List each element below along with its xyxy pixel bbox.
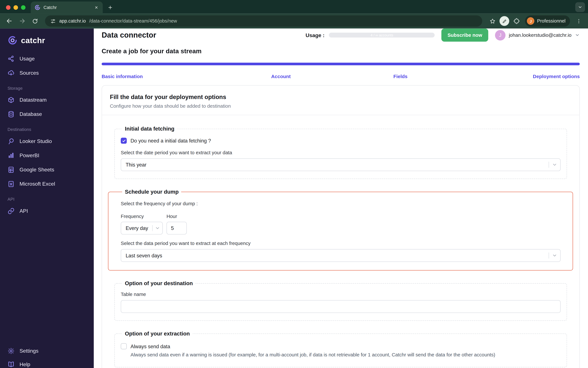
fieldset-legend: Schedule your dump [122, 189, 181, 195]
deployment-options-card: Fill the data for your deployment option… [102, 85, 580, 368]
extensions-puzzle-icon[interactable] [511, 15, 522, 27]
select-divider [152, 225, 153, 231]
always-send-data-description: Always send data even if a warning is is… [130, 351, 561, 359]
fieldset-legend: Option of your extraction [122, 331, 192, 337]
always-send-data-checkbox[interactable] [121, 343, 127, 349]
tab-title: Catchr [44, 5, 90, 10]
sidebar-item-api[interactable]: API [0, 204, 94, 218]
sidebar-item-help[interactable]: Help [0, 358, 94, 368]
card-subtitle: Configure how your data should be added … [110, 103, 571, 109]
app-logo[interactable]: catchr [0, 28, 94, 51]
date-period-label: Select the date period you want to extra… [121, 150, 561, 155]
sidebar-item-label: Datastream [19, 97, 46, 103]
minimize-window-button[interactable] [14, 5, 18, 10]
sidebar-item-powerbi[interactable]: PowerBI [0, 148, 94, 162]
table-name-input[interactable] [121, 300, 561, 313]
new-tab-button[interactable] [105, 2, 116, 13]
sidebar-item-label: PowerBI [19, 152, 39, 158]
wizard-steps: Basic information Account Fields Deploym… [102, 74, 580, 79]
chevron-down-icon [575, 33, 580, 37]
user-avatar: J [495, 30, 505, 40]
browser-menu-icon[interactable] [573, 15, 584, 27]
forward-icon[interactable] [17, 15, 28, 27]
site-info-icon[interactable] [50, 18, 56, 24]
sidebar-item-settings[interactable]: Settings [0, 344, 94, 358]
close-window-button[interactable] [6, 5, 11, 10]
bookmark-star-icon[interactable] [487, 15, 498, 27]
frequency-question: Select the frequency of your dump : [121, 201, 561, 206]
browser-titlebar: Catchr [0, 0, 588, 14]
fieldset-legend: Option of your destination [122, 280, 195, 286]
sidebar-item-sources[interactable]: Sources [0, 66, 94, 80]
sidebar-item-usage[interactable]: Usage [0, 51, 94, 66]
gear-icon [8, 347, 15, 354]
browser-profile-chip[interactable]: J Professionnel [525, 15, 570, 27]
sidebar-item-label: Google Sheets [19, 166, 54, 173]
user-email: johan.lookerstudio@catchr.io [509, 32, 571, 38]
sidebar-item-label: Looker Studio [19, 138, 52, 144]
sidebar-item-database[interactable]: Database [0, 107, 94, 121]
sidebar-item-microsoft-excel[interactable]: Microsoft Excel [0, 177, 94, 191]
subscribe-now-button[interactable]: Subscribe now [442, 28, 488, 42]
step-fields[interactable]: Fields [341, 74, 460, 79]
frequency-period-value: Last seven days [126, 253, 162, 258]
card-header: Fill the data for your deployment option… [102, 85, 579, 115]
usage-progress-track: 4 / ∞ accounts [329, 33, 435, 37]
excel-icon [8, 180, 15, 187]
date-period-select[interactable]: This year [121, 158, 561, 171]
account-menu[interactable]: J johan.lookerstudio@catchr.io [495, 30, 580, 40]
frequency-period-select[interactable]: Last seven days [121, 249, 561, 262]
frequency-select[interactable]: Every day [121, 222, 163, 234]
step-deployment-options[interactable]: Deployment options [460, 74, 580, 79]
frequency-label: Frequency [121, 213, 163, 219]
sidebar-section-api: API [0, 197, 94, 202]
sidebar-item-label: Database [19, 111, 42, 117]
sidebar-item-label: Sources [19, 70, 39, 76]
sidebar: catchr Usage Sources Storage Datastream [0, 28, 94, 368]
catchr-favicon-icon [35, 5, 41, 11]
sidebar-item-label: API [19, 208, 28, 214]
chevron-down-icon [155, 226, 160, 231]
table-name-label: Table name [121, 292, 561, 297]
chevron-down-icon [552, 162, 557, 167]
book-icon [8, 361, 15, 368]
step-basic-information[interactable]: Basic information [102, 74, 221, 79]
initial-data-fetching-fieldset: Initial data fetching Do you need a init… [114, 126, 567, 179]
sidebar-item-label: Help [19, 361, 30, 367]
looker-studio-icon [8, 138, 15, 145]
browser-tab[interactable]: Catchr [31, 1, 103, 13]
share-icon [8, 55, 15, 62]
initial-fetching-checkbox[interactable] [121, 138, 127, 144]
maximize-window-button[interactable] [21, 5, 26, 10]
pencil-extension-icon[interactable] [500, 16, 509, 26]
sidebar-section-destinations: Destinations [0, 127, 94, 132]
hour-input[interactable] [166, 222, 187, 234]
window-controls [0, 5, 31, 14]
date-period-value: This year [126, 162, 146, 167]
logo-text: catchr [21, 36, 45, 45]
sidebar-item-datastream[interactable]: Datastream [0, 93, 94, 107]
sidebar-item-label: Settings [19, 348, 38, 354]
reload-icon[interactable] [29, 15, 41, 27]
fieldset-legend: Initial data fetching [122, 126, 177, 132]
step-account[interactable]: Account [221, 74, 341, 79]
browser-toolbar: app.catchr.io/data-connector/data-stream… [0, 14, 588, 28]
page-header-title: Data connector [102, 31, 156, 39]
destination-option-fieldset: Option of your destination Table name [114, 280, 567, 321]
tab-search-button[interactable] [575, 2, 585, 12]
sidebar-footer: Settings Help [0, 344, 94, 368]
database-icon [8, 110, 15, 118]
usage-label: Usage : [306, 32, 325, 38]
wizard-progress-bar [102, 63, 580, 65]
tab-close-icon[interactable] [93, 4, 100, 11]
usage-value: 4 / ∞ accounts [329, 33, 435, 37]
sidebar-item-looker-studio[interactable]: Looker Studio [0, 134, 94, 148]
select-divider [549, 252, 549, 258]
url-bar[interactable]: app.catchr.io/data-connector/data-stream… [45, 15, 482, 27]
profile-label: Professionnel [537, 18, 565, 24]
back-icon[interactable] [4, 15, 15, 27]
sidebar-section-storage: Storage [0, 86, 94, 91]
initial-fetching-checkbox-label: Do you need a initial data fetching ? [130, 138, 211, 143]
sidebar-item-google-sheets[interactable]: Google Sheets [0, 162, 94, 177]
schedule-dump-fieldset: Schedule your dump Select the frequency … [108, 189, 573, 271]
